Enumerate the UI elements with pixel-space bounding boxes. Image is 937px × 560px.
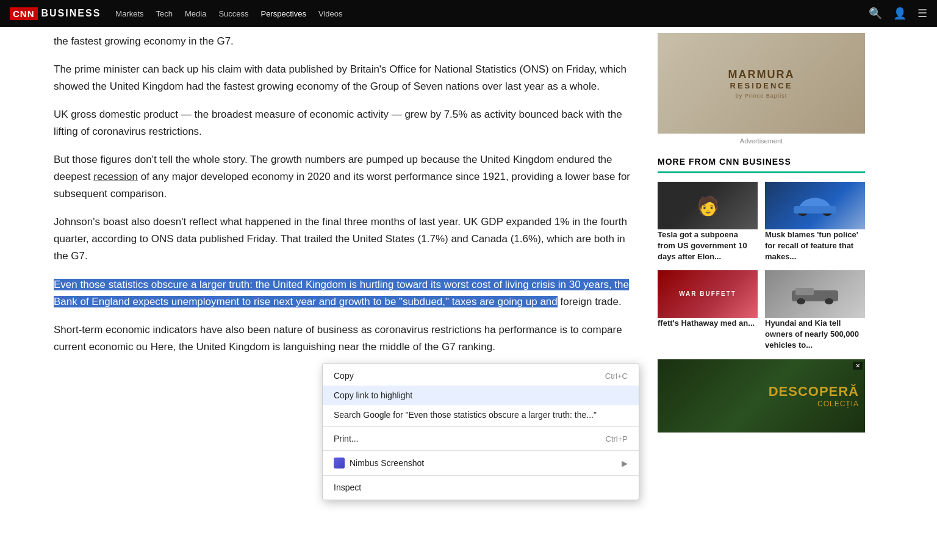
card-hyundai-text: Hyundai and Kia tell owners of nearly 50…	[765, 318, 865, 351]
sidebar: MARMURA RESIDENCE by Prince Baptist Adve…	[658, 27, 865, 439]
svg-rect-6	[795, 288, 814, 295]
nav-link-markets[interactable]: Markets	[115, 8, 143, 19]
nav-bar: CNN BUSINESS Markets Tech Media Success …	[0, 0, 937, 27]
sidebar-card-tesla-subpoena[interactable]: 🧑 Tesla got a subpoena from US governmen…	[658, 182, 758, 263]
context-menu-copy[interactable]: Copy Ctrl+C	[323, 366, 639, 386]
context-menu-divider1	[323, 426, 639, 427]
card-musk-police-text: Musk blames 'fun police' for recall of f…	[765, 229, 865, 263]
ad-brand-sub: by Prince Baptist	[736, 93, 788, 99]
context-menu-print[interactable]: Print... Ctrl+P	[323, 429, 639, 439]
nav-link-tech[interactable]: Tech	[156, 8, 173, 19]
article-para7: Short-term economic indicators have also…	[54, 321, 639, 356]
ad-sub-text: RESIDENCE	[730, 81, 793, 90]
logo[interactable]: CNN BUSINESS	[10, 7, 101, 20]
sidebar-card-warren-buffett[interactable]: WAR BUFFETT ffett's Hathaway med an...	[658, 270, 758, 351]
ad-block2: DESCOPERĂ COLECȚIA ✕	[658, 359, 865, 433]
nav-link-videos[interactable]: Videos	[318, 8, 343, 19]
context-menu: Copy Ctrl+C Copy link to highlight Searc…	[322, 363, 639, 439]
nav-link-success[interactable]: Success	[218, 8, 248, 19]
tesla-car-image	[765, 182, 865, 229]
hyundai-image	[765, 270, 865, 318]
ad2-sub: COLECȚIA	[769, 400, 859, 408]
copy-shortcut: Ctrl+C	[605, 372, 628, 381]
ad-label: Advertisement	[658, 137, 865, 145]
nav-links: Markets Tech Media Success Perspectives …	[115, 8, 342, 19]
elon-image: 🧑	[658, 182, 758, 229]
search-google-label: Search Google for "Even those statistics…	[334, 410, 597, 420]
user-icon[interactable]: 👤	[893, 7, 906, 20]
article-para3: UK gross domestic product — the broadest…	[54, 106, 639, 140]
nav-link-media[interactable]: Media	[185, 8, 206, 19]
card-warren-text: ffett's Hathaway med an...	[658, 318, 758, 329]
cnn-logo-text: CNN	[10, 7, 38, 20]
highlighted-passage: Even those statistics obscure a larger t…	[54, 279, 629, 307]
article-para5: Johnson's boast also doesn't reflect wha…	[54, 214, 639, 265]
svg-rect-2	[794, 206, 836, 214]
ad-brand: MARMURA	[728, 68, 795, 81]
nav-link-perspectives[interactable]: Perspectives	[261, 8, 306, 19]
article-para4: But those figures don't tell the whole s…	[54, 151, 639, 203]
article-para6-rest: foreign trade.	[558, 296, 622, 307]
article-para6: Even those statistics obscure a larger t…	[54, 276, 639, 311]
article-para2: The prime minister can back up his claim…	[54, 61, 639, 95]
article-para1: the fastest growing economy in the G7.	[54, 33, 639, 50]
print-label: Print...	[334, 434, 358, 439]
business-logo-text: BUSINESS	[41, 8, 101, 19]
nav-right-icons: 🔍 👤 ☰	[869, 7, 927, 20]
sidebar-cards: 🧑 Tesla got a subpoena from US governmen…	[658, 182, 865, 351]
menu-icon[interactable]: ☰	[917, 7, 927, 20]
copy-link-label: Copy link to highlight	[334, 390, 412, 400]
ad2-text: DESCOPERĂ	[769, 384, 859, 400]
svg-point-5	[825, 298, 833, 304]
recession-link[interactable]: recession	[93, 171, 138, 182]
card-tesla-subpoena-text: Tesla got a subpoena from US government …	[658, 229, 758, 263]
more-from-title: MORE FROM CNN BUSINESS	[658, 157, 865, 173]
search-icon[interactable]: 🔍	[869, 7, 882, 20]
context-menu-copy-link[interactable]: Copy link to highlight	[323, 386, 639, 405]
ad-close-button[interactable]: ✕	[853, 362, 863, 370]
sidebar-card-musk-police[interactable]: Musk blames 'fun police' for recall of f…	[765, 182, 865, 263]
context-menu-search-google[interactable]: Search Google for "Even those statistics…	[323, 405, 639, 425]
ad-block-marmura: MARMURA RESIDENCE by Prince Baptist	[658, 33, 865, 134]
warren-image: WAR BUFFETT	[658, 270, 758, 318]
print-shortcut: Ctrl+P	[606, 434, 628, 439]
sidebar-card-hyundai[interactable]: Hyundai and Kia tell owners of nearly 50…	[765, 270, 865, 351]
svg-point-4	[797, 298, 805, 304]
copy-label: Copy	[334, 371, 354, 381]
